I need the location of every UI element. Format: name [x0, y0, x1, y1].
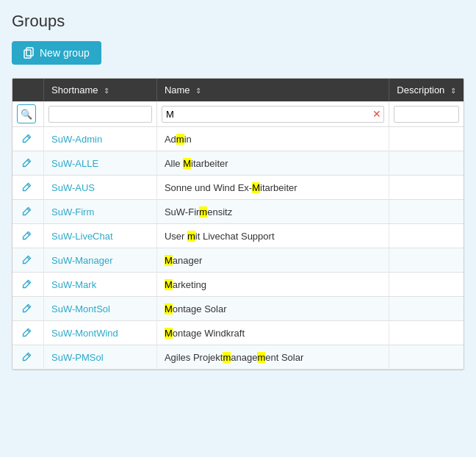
edit-button[interactable] [20, 326, 33, 339]
shortname-cell: SuW-Admin [44, 127, 157, 151]
filter-action-cell: 🔍 [12, 101, 44, 127]
edit-button[interactable] [20, 156, 33, 170]
col-header-description[interactable]: Description ⇕ [389, 79, 464, 101]
name-cell: Alle Mitarbeiter [156, 151, 389, 176]
edit-button[interactable] [20, 229, 33, 242]
description-sort-icon[interactable]: ⇕ [450, 87, 456, 95]
svg-rect-1 [24, 50, 31, 58]
col-header-name[interactable]: Name ⇕ [156, 79, 389, 101]
table-row: SuW-ManagerManager [12, 248, 464, 273]
name-cell: Marketing [156, 273, 389, 297]
name-value: Agiles Projektmanagement Solar [165, 352, 303, 363]
col-shortname-label: Shortname [51, 84, 98, 96]
edit-button[interactable] [20, 181, 33, 194]
name-cell: Sonne und Wind Ex-Mitarbeiter [156, 176, 389, 200]
table-row: SuW-AUSSonne und Wind Ex-Mitarbeiter [12, 176, 464, 200]
row-action-cell [12, 297, 44, 321]
name-filter-wrap: ✕ [162, 106, 384, 123]
name-value: Alle Mitarbeiter [165, 158, 228, 169]
row-action-cell [12, 321, 44, 345]
name-cell: Montage Solar [156, 297, 389, 321]
table-row: SuW-MarkMarketing [12, 273, 464, 297]
shortname-cell: SuW-Manager [44, 248, 157, 273]
svg-rect-0 [26, 48, 33, 56]
edit-button[interactable] [20, 350, 33, 364]
name-value: Montage Windkraft [165, 328, 245, 339]
description-cell [389, 248, 464, 273]
shortname-link[interactable]: SuW-LiveChat [51, 231, 113, 242]
row-action-cell [12, 176, 44, 200]
row-action-cell [12, 151, 44, 176]
table-row: SuW-ALLEAlle Mitarbeiter [12, 151, 464, 176]
edit-button[interactable] [20, 205, 33, 218]
name-value: Marketing [165, 279, 206, 290]
shortname-filter-input[interactable] [48, 106, 152, 123]
name-value: Admin [165, 134, 192, 145]
table-row: SuW-PMSolAgiles Projektmanagement Solar [12, 345, 464, 370]
search-icon: 🔍 [21, 109, 32, 120]
groups-table: Shortname ⇕ Name ⇕ Description ⇕ [12, 79, 464, 370]
row-action-cell [12, 345, 44, 370]
name-cell: Agiles Projektmanagement Solar [156, 345, 389, 370]
new-group-label: New group [40, 47, 90, 59]
table-row: SuW-MontSolMontage Solar [12, 297, 464, 321]
description-cell [389, 321, 464, 345]
shortname-link[interactable]: SuW-Mark [51, 279, 96, 290]
shortname-link[interactable]: SuW-Manager [51, 255, 113, 266]
description-filter-input[interactable] [394, 106, 459, 123]
page-title: Groups [12, 12, 464, 31]
description-cell [389, 273, 464, 297]
table-body: SuW-AdminAdmin SuW-ALLEAlle Mitarbeiter … [12, 127, 464, 370]
name-cell: Admin [156, 127, 389, 151]
name-filter-input[interactable] [162, 106, 384, 123]
page-container: Groups New group Shortname ⇕ Name [0, 0, 476, 457]
shortname-link[interactable]: SuW-Admin [51, 134, 102, 145]
shortname-link[interactable]: SuW-ALLE [51, 158, 98, 169]
edit-button[interactable] [20, 253, 33, 267]
filter-name-cell: ✕ [156, 101, 389, 127]
shortname-sort-icon[interactable]: ⇕ [104, 87, 109, 95]
shortname-link[interactable]: SuW-MontWind [51, 328, 118, 339]
shortname-link[interactable]: SuW-AUS [51, 182, 95, 193]
table-row: SuW-FirmSuW-Firmensitz [12, 200, 464, 224]
name-value: Manager [165, 255, 202, 266]
shortname-cell: SuW-MontWind [44, 321, 157, 345]
shortname-link[interactable]: SuW-Firm [51, 206, 94, 217]
shortname-cell: SuW-MontSol [44, 297, 157, 321]
edit-button[interactable] [20, 302, 33, 315]
name-cell: SuW-Firmensitz [156, 200, 389, 224]
table-row: SuW-LiveChatUser mit Livechat Support [12, 224, 464, 248]
table-row: SuW-AdminAdmin [12, 127, 464, 151]
name-value: User mit Livechat Support [165, 231, 275, 242]
shortname-link[interactable]: SuW-PMSol [51, 352, 104, 363]
description-cell [389, 176, 464, 200]
copy-icon [24, 47, 35, 59]
shortname-cell: SuW-PMSol [44, 345, 157, 370]
name-filter-clear-button[interactable]: ✕ [372, 109, 381, 119]
name-cell: User mit Livechat Support [156, 224, 389, 248]
description-cell [389, 224, 464, 248]
row-action-cell [12, 273, 44, 297]
shortname-cell: SuW-LiveChat [44, 224, 157, 248]
col-header-shortname[interactable]: Shortname ⇕ [44, 79, 157, 101]
shortname-link[interactable]: SuW-MontSol [51, 303, 110, 314]
search-icon-wrap: 🔍 [17, 104, 36, 123]
description-cell [389, 151, 464, 176]
name-sort-icon[interactable]: ⇕ [195, 87, 201, 95]
description-cell [389, 297, 464, 321]
description-cell [389, 345, 464, 370]
row-action-cell [12, 127, 44, 151]
table-row: SuW-MontWindMontage Windkraft [12, 321, 464, 345]
shortname-cell: SuW-Firm [44, 200, 157, 224]
edit-button[interactable] [20, 132, 33, 145]
edit-button[interactable] [20, 278, 33, 291]
new-group-button[interactable]: New group [12, 41, 101, 65]
description-cell [389, 127, 464, 151]
row-action-cell [12, 224, 44, 248]
filter-description-cell [389, 101, 464, 127]
table-header-row: Shortname ⇕ Name ⇕ Description ⇕ [12, 79, 464, 101]
name-value: Sonne und Wind Ex-Mitarbeiter [165, 182, 298, 193]
filter-shortname-cell [44, 101, 157, 127]
shortname-cell: SuW-ALLE [44, 151, 157, 176]
row-action-cell [12, 248, 44, 273]
